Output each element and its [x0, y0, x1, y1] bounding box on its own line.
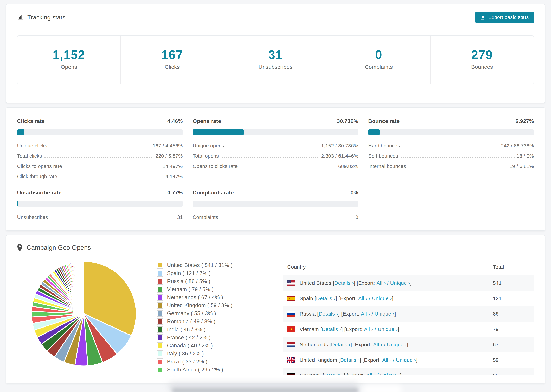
- country-flag-ru-icon: [287, 311, 295, 317]
- legend-swatch: [157, 310, 163, 317]
- summary-box-bounces: 279Bounces: [431, 36, 534, 84]
- legend-item[interactable]: South Africa ( 29 / 2% ): [157, 366, 283, 373]
- country-name: Russia: [300, 311, 316, 317]
- rate-detail-label: Clicks to opens rate: [17, 163, 62, 169]
- rate-detail-value: 14.497%: [163, 163, 183, 169]
- rate-detail-value: 0: [355, 215, 358, 220]
- bracket-open: [: [337, 357, 340, 363]
- export-unique-link[interactable]: Unique ›: [387, 342, 407, 348]
- legend-item[interactable]: France ( 42 / 2% ): [157, 334, 283, 341]
- legend-label: Canada ( 40 / 2% ): [167, 343, 213, 349]
- rate-detail-label: Soft bounces: [368, 153, 398, 159]
- legend-label: United States ( 541 / 31% ): [167, 262, 233, 268]
- summary-value: 167: [121, 48, 224, 62]
- country-cell: Netherlands [Details ›] [Export: All › /…: [283, 342, 493, 348]
- export-all-link[interactable]: All ›: [364, 326, 373, 332]
- legend-label: India ( 46 / 3% ): [167, 327, 206, 333]
- export-all-link[interactable]: All ›: [376, 280, 386, 286]
- export-all-link[interactable]: All ›: [382, 357, 391, 363]
- rate-block-bounce-rate: Bounce rate6.927%Hard bounces242 / 86.73…: [368, 118, 534, 179]
- geo-opens-body: United States ( 541 / 31% )Spain ( 121 /…: [17, 259, 534, 375]
- legend-item[interactable]: Russia ( 86 / 5% ): [157, 278, 283, 285]
- slash-separator[interactable]: /: [386, 280, 390, 286]
- rate-detail-label: Complaints: [193, 215, 218, 220]
- country-name: Vietnam: [300, 326, 319, 332]
- dotted-leader: [240, 168, 336, 168]
- progress-bar: [17, 201, 183, 207]
- bottom-blur-bar-artifact: [172, 388, 359, 392]
- rate-detail-label: Total clicks: [17, 153, 42, 159]
- dotted-leader: [50, 219, 175, 219]
- slash-separator[interactable]: /: [391, 357, 396, 363]
- legend-label: Brazil ( 33 / 2% ): [167, 359, 207, 365]
- slash-separator[interactable]: /: [370, 311, 374, 317]
- rate-value: 30.736%: [337, 118, 358, 124]
- export-basic-stats-button[interactable]: Export basic stats: [475, 12, 534, 23]
- export-all-link[interactable]: All ›: [373, 342, 382, 348]
- page-title: Tracking stats: [27, 14, 65, 21]
- export-unique-link[interactable]: Unique ›: [372, 295, 392, 301]
- legend-swatch: [157, 343, 163, 349]
- summary-stats-row: 1,152Opens167Clicks31Unsubscribes0Compla…: [17, 35, 534, 84]
- details-link[interactable]: Details ›: [340, 357, 360, 363]
- bracket-close: ]: [407, 342, 409, 348]
- export-all-link[interactable]: All ›: [361, 311, 370, 317]
- rate-value: 6.927%: [516, 118, 534, 124]
- progress-bar: [368, 129, 534, 135]
- country-name: United Kingdom: [300, 357, 337, 363]
- legend-swatch: [157, 318, 163, 325]
- details-link[interactable]: Details ›: [322, 326, 341, 332]
- rate-title: Bounce rate: [368, 118, 400, 124]
- legend-item[interactable]: Germany ( 55 / 3% ): [157, 310, 283, 317]
- slash-separator[interactable]: /: [373, 326, 378, 332]
- export-unique-link[interactable]: Unique ›: [374, 311, 395, 317]
- legend-item[interactable]: Romania ( 49 / 3% ): [157, 318, 283, 325]
- rate-detail-row: Clicks to opens rate14.497%: [17, 163, 183, 169]
- column-country: Country: [283, 264, 493, 270]
- rate-detail-row: Unique clicks167 / 4.456%: [17, 143, 183, 149]
- export-unique-link[interactable]: Unique ›: [378, 326, 398, 332]
- legend-item[interactable]: United Kingdom ( 59 / 3% ): [157, 302, 283, 309]
- rate-detail-row: Total opens2,303 / 61.446%: [193, 153, 358, 159]
- legend-swatch: [157, 262, 163, 268]
- legend-item[interactable]: India ( 46 / 3% ): [157, 326, 283, 333]
- legend-label: Netherlands ( 67 / 4% ): [167, 294, 223, 301]
- export-unique-link[interactable]: Unique ›: [380, 372, 400, 375]
- legend-label: Romania ( 49 / 3% ): [167, 318, 215, 325]
- details-link[interactable]: Details ›: [324, 372, 344, 375]
- export-unique-link[interactable]: Unique ›: [396, 357, 416, 363]
- export-all-link[interactable]: All ›: [366, 372, 376, 375]
- summary-value: 31: [224, 48, 327, 62]
- country-name: Netherlands: [300, 342, 328, 348]
- slash-separator[interactable]: /: [382, 342, 387, 348]
- slash-separator[interactable]: /: [376, 372, 380, 375]
- legend-swatch: [157, 366, 163, 373]
- rate-title: Opens rate: [193, 118, 221, 124]
- rate-detail-label: Unique opens: [193, 143, 224, 149]
- summary-label: Bounces: [431, 64, 534, 70]
- details-link[interactable]: Details ›: [319, 311, 338, 317]
- legend-item[interactable]: Vietnam ( 79 / 5% ): [157, 286, 283, 293]
- table-row-vn: Vietnam [Details ›] [Export: All › / Uni…: [283, 322, 534, 337]
- export-all-link[interactable]: All ›: [358, 295, 367, 301]
- export-unique-link[interactable]: Unique ›: [390, 280, 410, 286]
- details-link[interactable]: Details ›: [316, 295, 336, 301]
- summary-value: 279: [431, 48, 534, 62]
- country-flag-de-icon: [287, 373, 295, 375]
- export-label: ] [Export:: [344, 372, 366, 375]
- column-total: Total: [493, 264, 534, 270]
- legend-item[interactable]: United States ( 541 / 31% ): [157, 262, 283, 268]
- legend-item[interactable]: Brazil ( 33 / 2% ): [157, 358, 283, 365]
- legend-item[interactable]: Spain ( 121 / 7% ): [157, 270, 283, 277]
- slash-separator[interactable]: /: [367, 295, 372, 301]
- bracket-close: ]: [410, 280, 412, 286]
- rate-detail-value: 4.147%: [165, 174, 183, 179]
- details-link[interactable]: Details ›: [331, 342, 351, 348]
- legend-item[interactable]: Netherlands ( 67 / 4% ): [157, 294, 283, 301]
- legend-item[interactable]: Canada ( 40 / 2% ): [157, 343, 283, 349]
- country-cell: Russia [Details ›] [Export: All › / Uniq…: [283, 311, 493, 317]
- dotted-leader: [221, 157, 319, 158]
- legend-item[interactable]: Italy ( 36 / 2% ): [157, 350, 283, 357]
- details-link[interactable]: Details ›: [334, 280, 354, 286]
- country-flag-vn-icon: [287, 327, 295, 332]
